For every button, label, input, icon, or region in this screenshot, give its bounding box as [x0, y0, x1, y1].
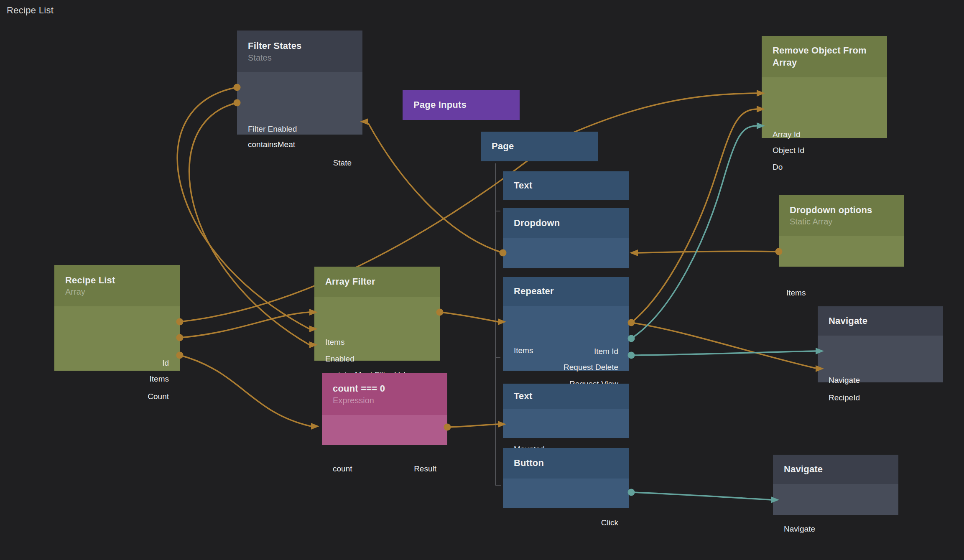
- port-navigate[interactable]: Navigate: [784, 523, 815, 535]
- port-result[interactable]: Result: [414, 463, 436, 475]
- wire-item-id-to-object-id[interactable]: [631, 109, 757, 323]
- node-title: Dropdown: [514, 217, 618, 229]
- wire-result-to-mounted[interactable]: [447, 424, 498, 427]
- port-count[interactable]: Count: [148, 391, 169, 402]
- port-items[interactable]: Items: [514, 345, 533, 356]
- wire-count-to-expression-count[interactable]: [180, 355, 311, 426]
- node-repeater[interactable]: Repeater Items Item Id Request Delete Re…: [503, 277, 629, 371]
- port-enabled[interactable]: Enabled: [325, 353, 354, 365]
- arrowhead-dropdown-items: [630, 249, 638, 256]
- port-navigate[interactable]: Navigate: [829, 374, 860, 386]
- node-remove-object-from-array[interactable]: Remove Object From Array Array Id Object…: [762, 36, 887, 138]
- port-array-id[interactable]: Array Id: [773, 129, 801, 140]
- node-title: Dropdown options: [790, 204, 893, 216]
- port-recipe-id[interactable]: RecipeId: [829, 392, 860, 404]
- wire-click-to-navigate[interactable]: [631, 492, 771, 500]
- node-text-top[interactable]: Text: [503, 171, 629, 200]
- node-navigate-bottom[interactable]: Navigate Navigate: [773, 455, 898, 515]
- port-item-id[interactable]: Item Id: [594, 346, 618, 357]
- node-title: Recipe List: [65, 275, 169, 286]
- port-id[interactable]: Id: [162, 357, 169, 369]
- node-title: Remove Object From Array: [773, 45, 876, 68]
- node-title: Navigate: [829, 315, 932, 327]
- node-subtitle: States: [248, 53, 352, 63]
- node-title: Navigate: [784, 463, 887, 475]
- node-subtitle: Array: [65, 287, 169, 297]
- node-title: Page: [492, 140, 587, 152]
- port-state[interactable]: State: [333, 157, 352, 169]
- node-title: Button: [514, 457, 618, 469]
- node-array-filter[interactable]: Array Filter Items Enabled containsMeat …: [314, 267, 440, 361]
- port-click[interactable]: Click: [601, 517, 618, 529]
- node-button[interactable]: Button Click: [503, 448, 629, 508]
- node-title: Text: [514, 180, 618, 191]
- node-recipe-list[interactable]: Recipe List Array Id Items Count: [54, 265, 180, 371]
- node-title: count === 0: [333, 383, 436, 395]
- port-items[interactable]: Items: [150, 373, 169, 385]
- port-count[interactable]: count: [333, 463, 352, 475]
- node-title: Page Inputs: [413, 99, 509, 111]
- node-navigate-top[interactable]: Navigate Navigate RecipeId: [818, 306, 943, 382]
- node-dropdown-options[interactable]: Dropdown options Static Array Items: [779, 195, 904, 267]
- node-subtitle: Static Array: [790, 217, 893, 227]
- page-title: Recipe List: [7, 5, 54, 16]
- node-graph-canvas[interactable]: Recipe List Filter States States Filter …: [0, 0, 964, 560]
- node-text-bottom[interactable]: Text Mounted: [503, 384, 629, 438]
- wire-item-id-to-recipe-id[interactable]: [631, 323, 816, 368]
- wire-request-view-to-navigate[interactable]: [631, 351, 816, 355]
- port-object-id[interactable]: Object Id: [773, 145, 804, 156]
- node-title: Repeater: [514, 285, 618, 297]
- wire-array-filter-to-repeater-items[interactable]: [440, 312, 498, 322]
- port-request-delete[interactable]: Request Delete: [564, 361, 618, 373]
- port-items[interactable]: Items: [786, 287, 806, 299]
- port-do[interactable]: Do: [773, 161, 783, 173]
- node-title: Text: [514, 390, 618, 402]
- wire-items-to-array-filter-items[interactable]: [180, 312, 309, 338]
- node-expression-count-equals-zero[interactable]: count === 0 Expression count Result: [322, 373, 447, 445]
- port-containsmeat[interactable]: containsMeat: [248, 139, 295, 150]
- node-dropdown[interactable]: Dropdown Value Items: [503, 208, 629, 268]
- node-subtitle: Expression: [333, 396, 436, 405]
- node-page[interactable]: Page: [481, 132, 598, 161]
- port-items[interactable]: Items: [325, 336, 344, 348]
- wire-options-items-to-dropdown-items[interactable]: [638, 251, 779, 253]
- node-page-inputs[interactable]: Page Inputs: [403, 90, 520, 120]
- arrowhead-expression-count: [311, 423, 319, 430]
- port-filter-enabled[interactable]: Filter Enabled: [248, 123, 297, 135]
- node-filter-states[interactable]: Filter States States Filter Enabled cont…: [237, 31, 362, 135]
- node-title: Filter States: [248, 40, 352, 52]
- node-title: Array Filter: [325, 276, 429, 288]
